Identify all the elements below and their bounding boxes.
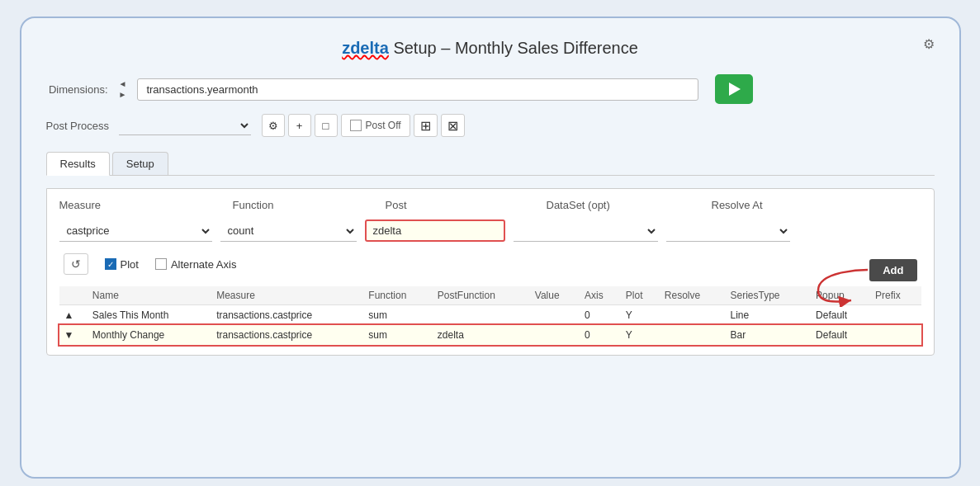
options-add-row: ↺ ✓ Plot Alternate Axis Add — [59, 253, 921, 286]
th-series-type: SeriesType — [725, 286, 811, 305]
dataset-select[interactable] — [514, 220, 658, 242]
row-popup: Default — [811, 325, 870, 345]
row-plot: Y — [621, 325, 660, 345]
run-icon — [729, 83, 741, 96]
dimensions-nav: ◄ ► — [116, 79, 130, 100]
options-row: ↺ ✓ Plot Alternate Axis — [59, 253, 237, 275]
th-prefix: Prefix — [870, 286, 921, 305]
run-button[interactable] — [715, 74, 753, 104]
row-arrow[interactable]: ▼ — [59, 325, 88, 345]
dimensions-row: Dimensions: ◄ ► — [46, 74, 935, 104]
add-button[interactable]: Add — [869, 259, 916, 281]
settings-icon[interactable]: ⚙ — [923, 36, 935, 52]
toolbar: ⚙ + □ Post Off ⊞ ⊠ — [262, 114, 465, 137]
row-resolve — [660, 305, 726, 326]
row-series-type: Line — [725, 305, 811, 326]
refresh-button[interactable]: ↺ — [64, 253, 88, 275]
row-axis: 0 — [580, 325, 621, 345]
post-process-row: Post Process ⚙ + □ Post Off ⊞ ⊠ — [46, 114, 935, 137]
plot-checkbox[interactable]: ✓ — [105, 258, 116, 270]
post-off-label: Post Off — [366, 120, 401, 131]
row-value — [530, 305, 580, 326]
table-row[interactable]: ▼Monthly Changetransactions.castpricesum… — [59, 325, 921, 345]
post-off-btn[interactable]: Post Off — [341, 114, 410, 137]
post-process-label: Post Process — [46, 120, 112, 132]
table-header-row: Name Measure Function PostFunction Value… — [59, 286, 921, 305]
header-post: Post — [386, 199, 547, 211]
row-post-function — [433, 305, 530, 326]
row-resolve — [660, 325, 726, 345]
row-prefix — [870, 325, 921, 345]
th-popup: Popup — [811, 286, 870, 305]
row-name[interactable]: Monthly Change — [88, 325, 211, 345]
th-plot: Plot — [621, 286, 660, 305]
row-post-function: zdelta — [433, 325, 530, 345]
th-resolve: Resolve — [660, 286, 726, 305]
tab-results[interactable]: Results — [46, 152, 110, 176]
header-resolve: Resolve At — [712, 199, 921, 211]
post-input[interactable] — [365, 219, 505, 242]
dimensions-label: Dimensions: — [46, 83, 108, 96]
dimensions-prev-btn[interactable]: ◄ — [116, 79, 130, 89]
th-function: Function — [363, 286, 432, 305]
th-postfunction: PostFunction — [433, 286, 530, 305]
setup-area: Measure Function Post DataSet (opt) Reso… — [46, 188, 935, 356]
setup-controls-row: castprice count — [59, 219, 921, 242]
row-prefix — [870, 305, 921, 326]
plot-checkbox-label[interactable]: ✓ Plot — [105, 258, 139, 271]
row-measure: transactions.castprice — [211, 325, 363, 345]
row-arrow[interactable]: ▲ — [59, 305, 88, 326]
row-measure: transactions.castprice — [211, 305, 363, 326]
settings-btn[interactable]: ⚙ — [262, 114, 285, 137]
table-head: Name Measure Function PostFunction Value… — [59, 286, 921, 305]
page-title: zdelta Setup – Monthly Sales Difference — [46, 35, 935, 58]
brand-name: zdelta — [342, 39, 389, 57]
table-row[interactable]: ▲Sales This Monthtransactions.castprices… — [59, 305, 921, 326]
tab-setup[interactable]: Setup — [112, 152, 168, 175]
data-table: Name Measure Function PostFunction Value… — [59, 286, 921, 345]
row-function: sum — [363, 305, 432, 326]
row-delete-btn[interactable]: ⊠ — [441, 114, 465, 137]
post-off-checkbox — [350, 120, 362, 131]
header-function: Function — [233, 199, 386, 211]
row-name[interactable]: Sales This Month — [88, 305, 211, 326]
th-measure: Measure — [211, 286, 363, 305]
row-function: sum — [363, 325, 432, 345]
row-popup: Default — [811, 305, 870, 326]
row-plot: Y — [621, 305, 660, 326]
copy-btn[interactable]: □ — [315, 114, 338, 137]
dimensions-input[interactable] — [137, 78, 698, 101]
measure-select[interactable]: castprice — [59, 220, 212, 242]
th-name: Name — [88, 286, 211, 305]
th-axis: Axis — [580, 286, 621, 305]
dimensions-next-btn[interactable]: ► — [116, 90, 130, 100]
header-measure: Measure — [59, 199, 233, 211]
alternate-axis-text: Alternate Axis — [171, 258, 237, 271]
post-process-select[interactable] — [119, 116, 251, 135]
function-select[interactable]: count — [220, 220, 357, 242]
alternate-axis-label[interactable]: Alternate Axis — [155, 258, 237, 271]
row-value — [530, 325, 580, 345]
th-value: Value — [530, 286, 580, 305]
header-dataset: DataSet (opt) — [547, 199, 712, 211]
row-add-btn[interactable]: ⊞ — [414, 114, 438, 137]
row-axis: 0 — [580, 305, 621, 326]
main-card: zdelta Setup – Monthly Sales Difference … — [20, 17, 961, 479]
row-series-type: Bar — [725, 325, 811, 345]
title-rest: Setup – Monthly Sales Difference — [389, 39, 638, 57]
setup-header-row: Measure Function Post DataSet (opt) Reso… — [59, 199, 921, 211]
plot-label: Plot — [121, 258, 139, 271]
alternate-axis-checkbox[interactable] — [155, 258, 167, 270]
add-btn-wrapper: Add — [869, 259, 921, 281]
add-btn-toolbar[interactable]: + — [288, 114, 311, 137]
table-body: ▲Sales This Monthtransactions.castprices… — [59, 305, 921, 346]
tab-bar: Results Setup — [46, 152, 935, 176]
th-arrow — [59, 286, 88, 305]
resolve-select[interactable] — [666, 220, 790, 242]
